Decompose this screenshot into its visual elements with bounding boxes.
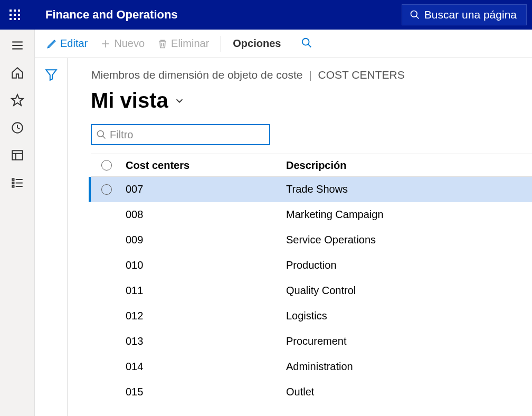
list-icon	[11, 176, 24, 190]
trash-icon	[157, 39, 168, 49]
edit-button[interactable]: Editar	[41, 34, 93, 53]
hamburger-button[interactable]	[0, 32, 35, 59]
table-row[interactable]: 009Service Operations	[91, 228, 532, 253]
svg-rect-1	[14, 10, 16, 12]
workspace-icon	[11, 148, 24, 162]
cell-desc: Marketing Campaign	[286, 209, 532, 221]
cell-code: 014	[122, 361, 286, 373]
nav-recent[interactable]	[0, 114, 35, 141]
hamburger-icon	[11, 39, 24, 52]
action-bar: Editar Nuevo Eliminar Opciones	[35, 30, 532, 58]
table-row[interactable]: 013Procurement	[91, 329, 532, 354]
table-row[interactable]: 015Outlet	[91, 380, 532, 405]
nav-favorites[interactable]	[0, 87, 35, 114]
new-button[interactable]: Nuevo	[95, 34, 150, 53]
svg-rect-3	[10, 14, 12, 16]
topbar: Finance and Operations Buscar una página	[0, 0, 532, 30]
svg-point-9	[411, 11, 417, 17]
search-in-page-button[interactable]	[301, 37, 312, 51]
select-all[interactable]	[91, 160, 122, 171]
edit-label: Editar	[60, 37, 88, 50]
nav-workspaces[interactable]	[0, 141, 35, 169]
svg-rect-5	[18, 14, 20, 16]
search-icon	[96, 129, 107, 140]
nav-modules[interactable]	[0, 169, 35, 196]
row-selector[interactable]	[91, 387, 122, 398]
table-row[interactable]: 007Trade Shows	[89, 177, 532, 202]
breadcrumb-sep: |	[309, 69, 315, 81]
svg-rect-7	[14, 18, 16, 20]
cell-code: 007	[122, 183, 286, 195]
col-header-code[interactable]: Cost centers	[122, 159, 286, 172]
table-row[interactable]: 010Production	[91, 253, 532, 278]
cell-desc: Outlet	[286, 386, 532, 398]
funnel-icon	[44, 68, 58, 81]
svg-marker-31	[46, 70, 56, 80]
cell-desc: Procurement	[286, 335, 532, 347]
svg-line-10	[416, 16, 419, 19]
cell-code: 011	[122, 285, 286, 297]
view-selector[interactable]: Mi vista	[68, 89, 532, 112]
svg-rect-6	[10, 18, 12, 20]
row-selector[interactable]	[91, 336, 122, 347]
svg-line-33	[103, 136, 106, 139]
data-grid: Cost centers Descripción 007Trade Shows0…	[91, 154, 532, 405]
search-icon	[410, 10, 420, 20]
separator	[221, 36, 221, 52]
delete-button[interactable]: Eliminar	[152, 34, 214, 53]
table-row[interactable]: 012Logistics	[91, 304, 532, 329]
breadcrumb-part1[interactable]: Miembros de dimensión de objeto de coste	[91, 69, 302, 81]
global-search-button[interactable]: Buscar una página	[402, 4, 527, 25]
filter-input[interactable]	[110, 129, 265, 141]
global-search-label: Buscar una página	[424, 8, 517, 21]
chevron-down-icon	[174, 95, 185, 107]
cell-code: 008	[122, 209, 286, 221]
cell-desc: Trade Shows	[286, 183, 532, 195]
app-title: Finance and Operations	[45, 8, 402, 22]
cell-desc: Administration	[286, 361, 532, 373]
cell-desc: Logistics	[286, 310, 532, 322]
view-title-text: Mi vista	[91, 89, 168, 112]
row-selector[interactable]	[91, 184, 122, 195]
svg-point-29	[302, 38, 309, 45]
content: Miembros de dimensión de objeto de coste…	[68, 58, 532, 416]
options-button[interactable]: Opciones	[227, 34, 286, 53]
cell-desc: Production	[286, 259, 532, 271]
waffle-icon	[10, 10, 20, 20]
cell-code: 009	[122, 234, 286, 246]
table-row[interactable]: 008Marketing Campaign	[91, 202, 532, 228]
table-row[interactable]: 011Quality Control	[91, 278, 532, 304]
row-selector[interactable]	[91, 235, 122, 245]
grid-header: Cost centers Descripción	[91, 154, 532, 177]
cell-code: 010	[122, 259, 286, 271]
cell-code: 013	[122, 335, 286, 347]
breadcrumb-part2[interactable]: COST CENTERS	[318, 69, 405, 81]
svg-point-32	[98, 131, 104, 137]
svg-rect-4	[14, 14, 16, 16]
breadcrumb: Miembros de dimensión de objeto de coste…	[68, 69, 532, 81]
row-selector[interactable]	[91, 210, 122, 220]
star-icon	[11, 93, 24, 107]
svg-rect-2	[18, 10, 20, 12]
row-selector[interactable]	[91, 286, 122, 296]
svg-rect-0	[10, 10, 12, 12]
svg-rect-23	[12, 185, 14, 187]
svg-marker-14	[12, 94, 23, 106]
table-row[interactable]: 014Administration	[91, 354, 532, 380]
options-label: Opciones	[233, 37, 281, 50]
search-icon	[301, 37, 312, 49]
row-selector[interactable]	[91, 260, 122, 271]
quick-filter[interactable]	[91, 124, 270, 145]
nav-home[interactable]	[0, 59, 35, 87]
pencil-icon	[46, 39, 57, 49]
filter-pane-toggle[interactable]	[35, 58, 68, 416]
col-header-desc[interactable]: Descripción	[286, 159, 532, 172]
row-selector[interactable]	[91, 311, 122, 322]
svg-rect-16	[12, 150, 23, 159]
row-selector[interactable]	[91, 362, 122, 372]
plus-icon	[100, 39, 111, 49]
cell-code: 012	[122, 310, 286, 322]
svg-rect-8	[18, 18, 20, 20]
cell-desc: Quality Control	[286, 285, 532, 297]
app-launcher-icon[interactable]	[0, 0, 30, 30]
